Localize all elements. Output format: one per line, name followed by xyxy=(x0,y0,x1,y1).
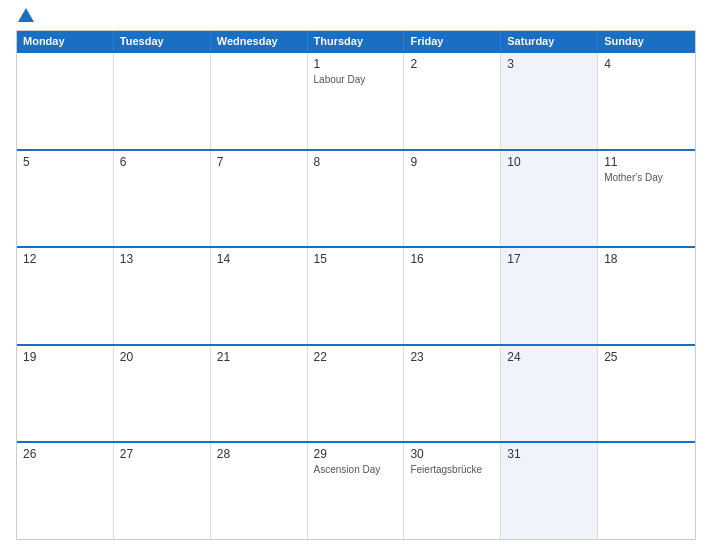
day-number: 21 xyxy=(217,350,301,364)
calendar-cell: 29Ascension Day xyxy=(308,443,405,539)
day-number: 17 xyxy=(507,252,591,266)
calendar-cell: 8 xyxy=(308,151,405,247)
day-number: 8 xyxy=(314,155,398,169)
day-number: 6 xyxy=(120,155,204,169)
calendar-cell: 21 xyxy=(211,346,308,442)
calendar-week-5: 26272829Ascension Day30Feiertagsbrücke31 xyxy=(17,441,695,539)
day-number: 12 xyxy=(23,252,107,266)
day-number: 24 xyxy=(507,350,591,364)
calendar-cell: 27 xyxy=(114,443,211,539)
day-number: 11 xyxy=(604,155,689,169)
day-number: 3 xyxy=(507,57,591,71)
day-number: 29 xyxy=(314,447,398,461)
calendar-cell xyxy=(211,53,308,149)
calendar-cell: 7 xyxy=(211,151,308,247)
event-label: Mother's Day xyxy=(604,171,689,184)
day-number: 15 xyxy=(314,252,398,266)
calendar-cell: 9 xyxy=(404,151,501,247)
page-header xyxy=(16,10,696,24)
day-number: 22 xyxy=(314,350,398,364)
calendar-cell: 10 xyxy=(501,151,598,247)
day-number: 20 xyxy=(120,350,204,364)
day-number: 28 xyxy=(217,447,301,461)
event-label: Feiertagsbrücke xyxy=(410,463,494,476)
calendar-cell: 17 xyxy=(501,248,598,344)
day-number: 16 xyxy=(410,252,494,266)
weekday-header-tuesday: Tuesday xyxy=(114,31,211,51)
day-number: 2 xyxy=(410,57,494,71)
day-number: 9 xyxy=(410,155,494,169)
calendar-cell: 13 xyxy=(114,248,211,344)
logo xyxy=(16,10,34,24)
calendar-cell: 18 xyxy=(598,248,695,344)
calendar-cell: 2 xyxy=(404,53,501,149)
logo-triangle-icon xyxy=(18,8,34,22)
calendar-cell: 24 xyxy=(501,346,598,442)
event-label: Ascension Day xyxy=(314,463,398,476)
calendar-cell: 16 xyxy=(404,248,501,344)
day-number: 13 xyxy=(120,252,204,266)
calendar-cell: 25 xyxy=(598,346,695,442)
day-number: 30 xyxy=(410,447,494,461)
weekday-header-wednesday: Wednesday xyxy=(211,31,308,51)
day-number: 1 xyxy=(314,57,398,71)
calendar-body: 1Labour Day234567891011Mother's Day12131… xyxy=(17,51,695,539)
weekday-header-monday: Monday xyxy=(17,31,114,51)
day-number: 23 xyxy=(410,350,494,364)
calendar-cell: 12 xyxy=(17,248,114,344)
day-number: 27 xyxy=(120,447,204,461)
weekday-header-friday: Friday xyxy=(404,31,501,51)
day-number: 4 xyxy=(604,57,689,71)
calendar-cell: 15 xyxy=(308,248,405,344)
calendar-cell xyxy=(114,53,211,149)
calendar-cell: 19 xyxy=(17,346,114,442)
calendar-week-2: 567891011Mother's Day xyxy=(17,149,695,247)
day-number: 10 xyxy=(507,155,591,169)
calendar-cell: 5 xyxy=(17,151,114,247)
calendar-cell: 4 xyxy=(598,53,695,149)
calendar-cell: 14 xyxy=(211,248,308,344)
calendar-week-4: 19202122232425 xyxy=(17,344,695,442)
calendar-cell: 30Feiertagsbrücke xyxy=(404,443,501,539)
calendar-cell: 26 xyxy=(17,443,114,539)
calendar-week-1: 1Labour Day234 xyxy=(17,51,695,149)
day-number: 7 xyxy=(217,155,301,169)
calendar-cell: 23 xyxy=(404,346,501,442)
day-number: 18 xyxy=(604,252,689,266)
calendar-page: MondayTuesdayWednesdayThursdayFridaySatu… xyxy=(0,0,712,550)
calendar-cell: 22 xyxy=(308,346,405,442)
day-number: 19 xyxy=(23,350,107,364)
calendar-cell xyxy=(598,443,695,539)
weekday-header-thursday: Thursday xyxy=(308,31,405,51)
weekday-header-row: MondayTuesdayWednesdayThursdayFridaySatu… xyxy=(17,31,695,51)
calendar-grid: MondayTuesdayWednesdayThursdayFridaySatu… xyxy=(16,30,696,540)
calendar-cell: 1Labour Day xyxy=(308,53,405,149)
day-number: 26 xyxy=(23,447,107,461)
weekday-header-saturday: Saturday xyxy=(501,31,598,51)
calendar-cell: 31 xyxy=(501,443,598,539)
calendar-cell: 3 xyxy=(501,53,598,149)
calendar-cell: 11Mother's Day xyxy=(598,151,695,247)
event-label: Labour Day xyxy=(314,73,398,86)
weekday-header-sunday: Sunday xyxy=(598,31,695,51)
calendar-cell: 28 xyxy=(211,443,308,539)
calendar-cell: 20 xyxy=(114,346,211,442)
calendar-cell xyxy=(17,53,114,149)
calendar-week-3: 12131415161718 xyxy=(17,246,695,344)
calendar-cell: 6 xyxy=(114,151,211,247)
day-number: 25 xyxy=(604,350,689,364)
day-number: 31 xyxy=(507,447,591,461)
day-number: 5 xyxy=(23,155,107,169)
day-number: 14 xyxy=(217,252,301,266)
